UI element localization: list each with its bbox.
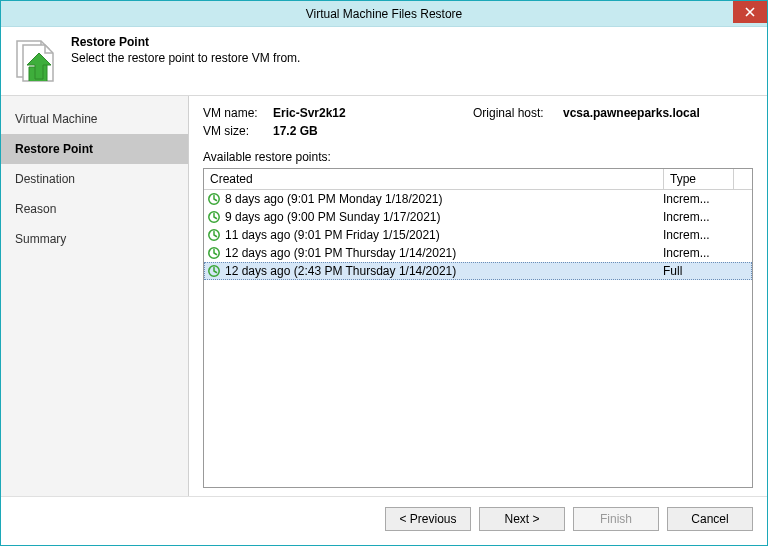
sidebar-item-restore-point[interactable]: Restore Point bbox=[1, 134, 188, 164]
cell-created: 11 days ago (9:01 PM Friday 1/15/2021) bbox=[225, 228, 663, 242]
restore-point-icon bbox=[11, 35, 59, 83]
previous-button[interactable]: < Previous bbox=[385, 507, 471, 531]
wizard-window: Virtual Machine Files Restore Restore Po… bbox=[0, 0, 768, 546]
cell-created: 12 days ago (2:43 PM Thursday 1/14/2021) bbox=[225, 264, 663, 278]
wizard-content: VM name: Eric-Svr2k12 Original host: vcs… bbox=[189, 96, 767, 496]
next-button[interactable]: Next > bbox=[479, 507, 565, 531]
vm-info: VM name: Eric-Svr2k12 Original host: vcs… bbox=[203, 106, 753, 138]
sidebar-item-label: Destination bbox=[15, 172, 75, 186]
restore-point-row-icon bbox=[207, 264, 221, 278]
sidebar-item-summary[interactable]: Summary bbox=[1, 224, 188, 254]
cell-created: 8 days ago (9:01 PM Monday 1/18/2021) bbox=[225, 192, 663, 206]
restore-point-row-icon bbox=[207, 246, 221, 260]
column-header-type[interactable]: Type bbox=[664, 169, 734, 189]
restore-point-row-icon bbox=[207, 228, 221, 242]
wizard-body: Virtual Machine Restore Point Destinatio… bbox=[1, 96, 767, 496]
available-restore-points-label: Available restore points: bbox=[203, 150, 753, 164]
cell-created: 9 days ago (9:00 PM Sunday 1/17/2021) bbox=[225, 210, 663, 224]
close-button[interactable] bbox=[733, 1, 767, 23]
sidebar-item-label: Virtual Machine bbox=[15, 112, 98, 126]
table-row[interactable]: 9 days ago (9:00 PM Sunday 1/17/2021)Inc… bbox=[204, 208, 752, 226]
vm-name-value: Eric-Svr2k12 bbox=[273, 106, 473, 120]
cell-type: Increm... bbox=[663, 210, 749, 224]
column-header-spacer bbox=[734, 169, 752, 189]
sidebar-item-label: Reason bbox=[15, 202, 56, 216]
cell-type: Increm... bbox=[663, 192, 749, 206]
table-body: 8 days ago (9:01 PM Monday 1/18/2021)Inc… bbox=[204, 190, 752, 487]
titlebar: Virtual Machine Files Restore bbox=[1, 1, 767, 27]
window-title: Virtual Machine Files Restore bbox=[306, 7, 463, 21]
wizard-header-text: Restore Point Select the restore point t… bbox=[71, 35, 300, 65]
wizard-header: Restore Point Select the restore point t… bbox=[1, 27, 767, 96]
vm-name-label: VM name: bbox=[203, 106, 273, 120]
close-icon bbox=[745, 5, 755, 20]
wizard-footer: < Previous Next > Finish Cancel bbox=[1, 496, 767, 545]
finish-button[interactable]: Finish bbox=[573, 507, 659, 531]
vm-size-label: VM size: bbox=[203, 124, 273, 138]
wizard-step-title: Restore Point bbox=[71, 35, 300, 49]
sidebar-item-label: Summary bbox=[15, 232, 66, 246]
restore-point-row-icon bbox=[207, 192, 221, 206]
sidebar-item-reason[interactable]: Reason bbox=[1, 194, 188, 224]
table-header: Created Type bbox=[204, 169, 752, 190]
table-row[interactable]: 12 days ago (2:43 PM Thursday 1/14/2021)… bbox=[204, 262, 752, 280]
column-header-created[interactable]: Created bbox=[204, 169, 664, 189]
cell-type: Increm... bbox=[663, 246, 749, 260]
table-row[interactable]: 11 days ago (9:01 PM Friday 1/15/2021)In… bbox=[204, 226, 752, 244]
original-host-value: vcsa.pawneeparks.local bbox=[563, 106, 753, 120]
cell-type: Full bbox=[663, 264, 749, 278]
original-host-label: Original host: bbox=[473, 106, 563, 120]
table-row[interactable]: 8 days ago (9:01 PM Monday 1/18/2021)Inc… bbox=[204, 190, 752, 208]
wizard-sidebar: Virtual Machine Restore Point Destinatio… bbox=[1, 96, 189, 496]
wizard-step-subtitle: Select the restore point to restore VM f… bbox=[71, 51, 300, 65]
sidebar-item-virtual-machine[interactable]: Virtual Machine bbox=[1, 104, 188, 134]
restore-points-table: Created Type 8 days ago (9:01 PM Monday … bbox=[203, 168, 753, 488]
cancel-button[interactable]: Cancel bbox=[667, 507, 753, 531]
cell-created: 12 days ago (9:01 PM Thursday 1/14/2021) bbox=[225, 246, 663, 260]
sidebar-item-label: Restore Point bbox=[15, 142, 93, 156]
restore-point-row-icon bbox=[207, 210, 221, 224]
table-row[interactable]: 12 days ago (9:01 PM Thursday 1/14/2021)… bbox=[204, 244, 752, 262]
vm-size-value: 17.2 GB bbox=[273, 124, 473, 138]
cell-type: Increm... bbox=[663, 228, 749, 242]
sidebar-item-destination[interactable]: Destination bbox=[1, 164, 188, 194]
